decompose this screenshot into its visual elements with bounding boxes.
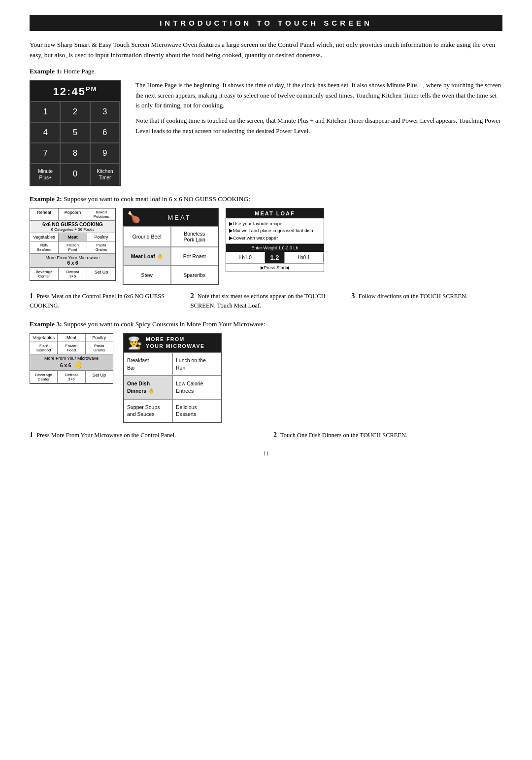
more-from-microwave-screen: 👨‍🍳 MORE FROMYOUR MICROWAVE BreakfastBar… — [123, 333, 222, 423]
sm-meat-button[interactable]: Meat — [58, 334, 85, 342]
delicious-desserts-button[interactable]: DeliciousDesserts — [172, 399, 221, 422]
panel-row1: Reheat Popcorn BakedPotatoes — [30, 208, 115, 221]
key-1[interactable]: 1 — [31, 102, 60, 122]
frozen-food-button[interactable]: FrozenFood — [59, 242, 87, 253]
beverage-center-button[interactable]: BeverageCenter — [30, 268, 59, 280]
key-3[interactable]: 3 — [90, 102, 120, 122]
example3-label: Example 3: Suppose you want to cook Spic… — [30, 320, 502, 328]
breakfast-bar-button[interactable]: BreakfastBar — [124, 352, 172, 376]
panel-sm-bottom: BeverageCenter Defrost3+6 Set Up — [30, 371, 113, 383]
panel-row2: Vegetables Meat Poultry — [30, 233, 115, 242]
microwave-chef-icon: 👨‍🍳 — [128, 336, 143, 350]
panel-row3: Fish/Seafood FrozenFood PastaGrains — [30, 242, 115, 254]
key-9[interactable]: 9 — [90, 143, 120, 164]
meat-button[interactable]: Meat — [59, 233, 87, 241]
panel-screen: Reheat Popcorn BakedPotatoes 6x6 NO GUES… — [30, 208, 116, 281]
key-7[interactable]: 7 — [31, 143, 60, 164]
step2-1: 1 Press Meat on the Control Panel in 6x6… — [30, 291, 181, 311]
key-8[interactable]: 8 — [60, 143, 90, 164]
example2-screens: Reheat Popcorn BakedPotatoes 6x6 NO GUES… — [30, 208, 502, 285]
meat-header: 🍗 MEAT — [123, 208, 218, 226]
pot-roast-button[interactable]: Pot Roast — [171, 247, 219, 266]
poultry-button[interactable]: Poultry — [87, 233, 115, 241]
panel-bottom-row: BeverageCenter Defrost3+6 Set Up — [30, 268, 115, 280]
setup-button[interactable]: Set Up — [87, 268, 115, 280]
time-display: 12:45PM — [31, 81, 120, 101]
lunch-on-the-run-button[interactable]: Lunch on theRun — [172, 352, 221, 376]
stew-button[interactable]: Stew — [123, 266, 171, 284]
more-from-microwave-button[interactable]: More From Your Microwave 6 x 6 — [30, 254, 115, 268]
sm-vegetables-button[interactable]: Vegetables — [30, 334, 58, 342]
lb1-display: Lb1.0 — [226, 253, 265, 262]
sm-defrost-button[interactable]: Defrost3+6 — [58, 371, 85, 383]
key-5[interactable]: 5 — [60, 122, 90, 143]
panel-header: 6x6 NO GUESS COOKING 6 Categories + 36 F… — [30, 221, 115, 233]
meatloaf-screen: MEAT LOAF ▶Use your favorite recipe ▶Mix… — [226, 208, 324, 272]
vegetables-button[interactable]: Vegetables — [30, 233, 59, 241]
example2-label: Example 2: Suppose you want to cook meat… — [30, 195, 502, 203]
ground-beef-button[interactable]: Ground Beef — [123, 226, 171, 247]
meatloaf-header: MEAT LOAF — [226, 208, 324, 218]
example3-screens: Vegetables Meat Poultry Fish/Seafood Fro… — [30, 333, 502, 423]
home-page-screen: 12:45PM 1 2 3 4 5 6 7 8 9 MinutePlus+ 0 … — [30, 80, 121, 186]
step3-2: 2 Touch One Dish Dinners on the TOUCH SC… — [273, 430, 502, 440]
weight-row: Lb1.0 1.2 Lb0.1 — [226, 252, 324, 264]
header-bar: INTRODUCTION TO TOUCH SCREEN — [30, 15, 502, 31]
panel-sm-row2: Fish/Seafood FrozenFood PastaGrains — [30, 342, 113, 354]
example3-steps: 1 Press More From Your Microwave on the … — [30, 430, 502, 440]
sm-beverage-button[interactable]: BeverageCenter — [30, 371, 58, 383]
weight-value[interactable]: 1.2 — [265, 252, 284, 263]
meatloaf-instructions: ▶Use your favorite recipe ▶Mix well and … — [226, 218, 324, 244]
popcorn-button[interactable]: Popcorn — [59, 208, 87, 220]
low-calorie-entrees-button[interactable]: Low CalorieEntrees — [172, 376, 221, 399]
meat-grid: Ground Beef BonelessPork Loin Meat Loaf … — [123, 226, 218, 284]
key-0[interactable]: 0 — [60, 164, 90, 185]
one-dish-dinners-button[interactable]: One DishDinners 🤚 — [124, 376, 172, 399]
page-number: 11 — [30, 450, 502, 457]
key-4[interactable]: 4 — [31, 122, 60, 143]
sm-pasta-button[interactable]: PastaGrains — [86, 342, 113, 354]
fish-seafood-button[interactable]: Fish/Seafood — [30, 242, 59, 253]
numpad-grid: 1 2 3 4 5 6 7 8 9 MinutePlus+ 0 KitchenT… — [31, 101, 120, 185]
lb2-display: Lb0.1 — [285, 253, 324, 262]
sm-frozen-button[interactable]: FrozenFood — [58, 342, 85, 354]
panel-screen-sm: Vegetables Meat Poultry Fish/Seafood Fro… — [30, 333, 113, 384]
meat-icon: 🍗 — [127, 211, 141, 224]
sm-fish-button[interactable]: Fish/Seafood — [30, 342, 58, 354]
example1-description: The Home Page is the beginning. It shows… — [135, 80, 502, 137]
sm-poultry-button[interactable]: Poultry — [86, 334, 113, 342]
reheat-button[interactable]: Reheat — [30, 208, 59, 220]
supper-soups-button[interactable]: Supper Soupsand Sauces — [124, 399, 172, 422]
key-2[interactable]: 2 — [60, 102, 90, 122]
kitchen-timer-button[interactable]: KitchenTimer — [90, 164, 120, 185]
baked-potatoes-button[interactable]: BakedPotatoes — [87, 208, 115, 220]
press-start-button[interactable]: ▶Press Start◀ — [226, 264, 324, 272]
meat-screen: 🍗 MEAT Ground Beef BonelessPork Loin Mea… — [123, 208, 219, 285]
step2-2: 2 Note that six meat selections appear o… — [191, 291, 342, 311]
example1-label: Example 1: Home Page — [30, 68, 502, 75]
header-title: INTRODUCTION TO TOUCH SCREEN — [160, 19, 372, 27]
defrost-button[interactable]: Defrost3+6 — [59, 268, 87, 280]
sm-more-from-button[interactable]: More From Your Microwave 6 x 6 🤚 — [30, 354, 113, 371]
meat-loaf-button[interactable]: Meat Loaf 🤚 — [123, 247, 171, 266]
panel-sm-row1: Vegetables Meat Poultry — [30, 334, 113, 342]
example1-container: 12:45PM 1 2 3 4 5 6 7 8 9 MinutePlus+ 0 … — [30, 80, 502, 186]
enter-weight-label: Enter Weight 1.0-2.0 Lb — [226, 244, 324, 252]
pasta-grains-button[interactable]: PastaGrains — [87, 242, 115, 253]
key-6[interactable]: 6 — [90, 122, 120, 143]
more-from-grid: BreakfastBar Lunch on theRun One DishDin… — [124, 352, 221, 422]
intro-text: Your new Sharp Smart & Easy Touch Screen… — [30, 40, 502, 61]
step3-1: 1 Press More From Your Microwave on the … — [30, 430, 259, 440]
meat-title: MEAT — [144, 214, 214, 221]
minute-plus-button[interactable]: MinutePlus+ — [31, 164, 60, 185]
boneless-pork-button[interactable]: BonelessPork Loin — [171, 226, 219, 247]
sm-setup-button[interactable]: Set Up — [86, 371, 113, 383]
spareribs-button[interactable]: Spareribs — [171, 266, 219, 284]
step2-3: 3 Follow directions on the TOUCH SCREEN. — [351, 291, 502, 311]
more-from-header: 👨‍🍳 MORE FROMYOUR MICROWAVE — [124, 334, 221, 352]
example2-steps: 1 Press Meat on the Control Panel in 6x6… — [30, 291, 502, 311]
